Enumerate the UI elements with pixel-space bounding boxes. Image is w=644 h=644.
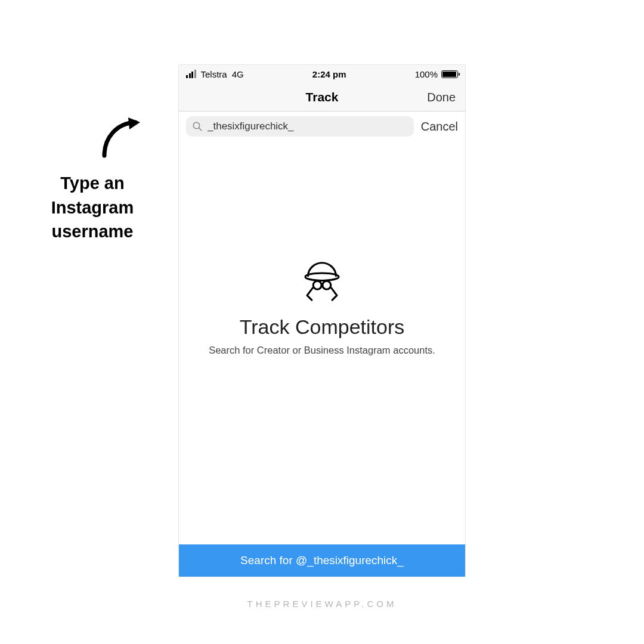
- search-icon: [192, 121, 203, 132]
- search-field[interactable]: [186, 116, 414, 137]
- watermark: THEPREVIEWAPP.COM: [0, 599, 644, 609]
- svg-line-1: [199, 128, 202, 131]
- annotation-line: Instagram: [51, 198, 134, 217]
- done-button[interactable]: Done: [427, 90, 456, 104]
- status-right: 100%: [415, 69, 458, 79]
- svg-point-4: [323, 281, 331, 289]
- search-row: Cancel: [179, 112, 465, 141]
- svg-point-2: [305, 273, 339, 280]
- network-label: 4G: [232, 69, 244, 79]
- cancel-button[interactable]: Cancel: [421, 120, 458, 134]
- search-cta-button[interactable]: Search for @_thesixfigurechick_: [179, 544, 465, 577]
- annotation-line: username: [51, 222, 133, 241]
- svg-point-3: [313, 281, 321, 289]
- phone-frame: Telstra 4G 2:24 pm 100% Track Done Cance…: [178, 64, 466, 577]
- annotation: Type an Instagram username: [18, 116, 167, 244]
- annotation-line: Type an: [60, 174, 124, 193]
- battery-percent: 100%: [415, 69, 438, 79]
- spy-icon: [299, 258, 345, 305]
- search-input[interactable]: [208, 120, 408, 132]
- nav-bar: Track Done: [179, 83, 465, 112]
- carrier-label: Telstra: [201, 69, 227, 79]
- signal-icon: [186, 70, 196, 78]
- annotation-text: Type an Instagram username: [18, 171, 167, 244]
- status-left: Telstra 4G: [186, 69, 244, 79]
- empty-title: Track Competitors: [240, 315, 404, 339]
- arrow-icon: [98, 116, 146, 158]
- status-time: 2:24 pm: [312, 69, 346, 79]
- empty-state: Track Competitors Search for Creator or …: [179, 141, 465, 544]
- empty-subtitle: Search for Creator or Business Instagram…: [209, 345, 435, 356]
- status-bar: Telstra 4G 2:24 pm 100%: [179, 65, 465, 83]
- battery-icon: [441, 70, 458, 78]
- page-title: Track: [306, 90, 339, 104]
